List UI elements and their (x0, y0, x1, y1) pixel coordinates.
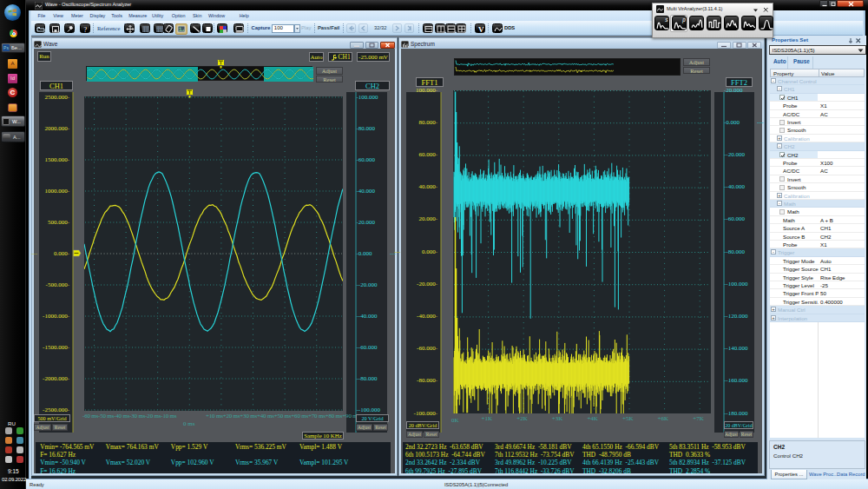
svg-text:?: ? (83, 26, 87, 34)
svg-text:p: p (681, 17, 686, 23)
svg-text:s: s (665, 17, 668, 23)
svg-text:V: V (478, 25, 484, 34)
